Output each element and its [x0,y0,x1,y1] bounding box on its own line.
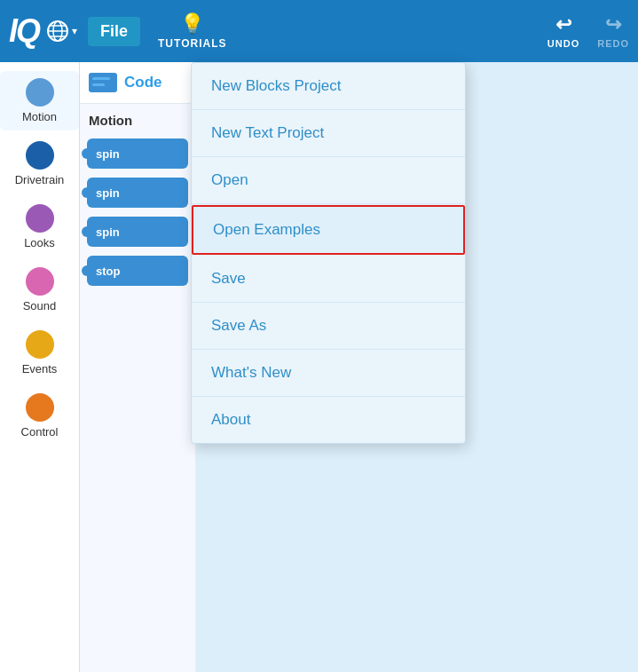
sidebar-item-events[interactable]: Events [0,323,79,383]
dropdown-item-new-text[interactable]: New Text Project [192,110,465,157]
drivetrain-dot-icon [26,141,54,170]
dropdown-item-open-examples[interactable]: Open Examples [192,205,465,255]
block-spin-2[interactable]: spin [87,178,188,208]
sidebar-item-sound[interactable]: Sound [0,260,79,320]
dropdown-item-whats-new[interactable]: What's New [192,350,465,397]
dropdown-item-about[interactable]: About [192,397,465,443]
block-spin-3[interactable]: spin [87,217,188,247]
logo: IQ [9,12,39,50]
sidebar-item-drivetrain[interactable]: Drivetrain [0,134,79,194]
globe-button[interactable]: ▾ [46,20,77,43]
dropdown-item-save[interactable]: Save [192,256,465,303]
sidebar-item-events-label: Events [22,362,58,376]
block-spin-1[interactable]: spin [87,138,188,169]
sidebar-item-looks-label: Looks [24,236,55,249]
sidebar-item-looks[interactable]: Looks [0,197,79,257]
globe-arrow-icon: ▾ [72,25,77,37]
sidebar-item-drivetrain-label: Drivetrain [15,173,65,186]
dropdown-item-new-blocks[interactable]: New Blocks Project [192,63,465,110]
sidebar-item-control[interactable]: Control [0,386,79,446]
undo-redo-group: ↩ UNDO ↪ REDO [547,13,629,49]
dropdown-item-save-as[interactable]: Save As [192,303,465,350]
dropdown-item-open[interactable]: Open [192,157,465,204]
file-menu-button[interactable]: File [88,17,140,46]
code-panel-title: Code [124,74,162,91]
blocks-area: spin spin spin stop [80,133,195,291]
code-panel-header: Code [80,62,195,104]
sidebar-item-sound-label: Sound [23,299,57,312]
bulb-icon: 💡 [180,12,205,36]
sidebar-item-control-label: Control [21,425,59,439]
sound-dot-icon [26,267,54,296]
code-icon [89,73,117,92]
motion-section-title: Motion [80,104,195,133]
file-dropdown-menu: New Blocks Project New Text Project Open… [191,62,466,444]
tutorials-button[interactable]: 💡 TUTORIALS [158,12,226,50]
control-dot-icon [26,393,54,422]
redo-icon: ↪ [605,13,622,36]
sidebar-item-motion-label: Motion [22,110,57,123]
sidebar-item-motion[interactable]: Motion [0,71,79,130]
undo-icon: ↩ [555,13,572,36]
motion-dot-icon [26,78,54,107]
sidebar: Motion Drivetrain Looks Sound Events Con… [0,62,80,672]
header: IQ ▾ File 💡 TUTORIALS ↩ UNDO ↪ REDO [0,0,638,62]
events-dot-icon [26,330,54,359]
undo-button[interactable]: ↩ UNDO [547,13,579,49]
redo-button[interactable]: ↪ REDO [597,13,629,49]
code-panel: Code Motion spin spin spin stop [80,62,195,672]
looks-dot-icon [26,204,54,233]
block-stop[interactable]: stop [87,256,188,286]
